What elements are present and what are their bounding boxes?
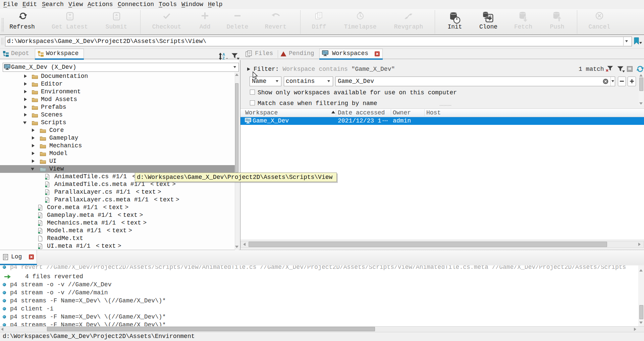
- svg-text:Z: Z: [222, 56, 225, 60]
